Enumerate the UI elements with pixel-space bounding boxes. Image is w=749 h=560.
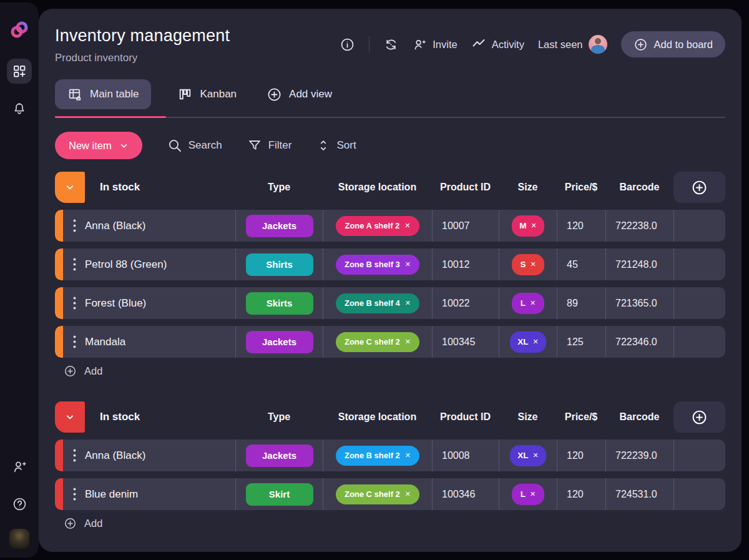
price-cell[interactable]: 120	[557, 210, 605, 242]
add-item-button[interactable]: Add	[64, 517, 725, 530]
remove-tag-icon[interactable]: ✕	[533, 451, 539, 459]
tab-main-table[interactable]: Main table	[55, 79, 151, 109]
remove-tag-icon[interactable]: ✕	[531, 222, 537, 230]
boards-grid-icon[interactable]	[7, 59, 32, 84]
tab-label: Main table	[90, 88, 139, 101]
new-item-button[interactable]: New item	[55, 132, 142, 159]
column-header: Barcode	[605, 401, 673, 433]
info-icon[interactable]	[340, 37, 355, 52]
remove-tag-icon[interactable]: ✕	[533, 338, 539, 346]
price-cell[interactable]: 120	[557, 440, 605, 471]
barcode-cell[interactable]: 722239.0	[605, 440, 673, 471]
remove-tag-icon[interactable]: ✕	[404, 222, 410, 230]
filter-button[interactable]: Filter	[247, 138, 292, 153]
product-id-cell[interactable]: 10008	[432, 440, 499, 471]
price-cell[interactable]: 45	[557, 248, 605, 280]
item-name[interactable]: Forest (Blue)	[85, 297, 146, 310]
item-name[interactable]: Anna (Black)	[85, 220, 145, 232]
last-seen[interactable]: Last seen	[538, 35, 607, 54]
product-id-cell[interactable]: 10022	[432, 287, 499, 319]
barcode-cell[interactable]: 721365.0	[605, 287, 673, 319]
active-tab-indicator	[55, 116, 166, 118]
type-pill[interactable]: Jackets	[246, 331, 313, 353]
remove-tag-icon[interactable]: ✕	[405, 451, 411, 459]
empty-cell	[673, 248, 725, 280]
add-to-board-button[interactable]: Add to board	[621, 31, 726, 57]
size-pill[interactable]: XL✕	[510, 445, 546, 466]
remove-tag-icon[interactable]: ✕	[405, 260, 411, 268]
column-header: Size	[499, 172, 557, 203]
column-header: Type	[235, 401, 323, 433]
group-collapse-button[interactable]	[55, 172, 85, 203]
barcode-cell[interactable]: 722238.0	[605, 210, 673, 242]
remove-tag-icon[interactable]: ✕	[530, 299, 536, 307]
bell-icon[interactable]	[7, 96, 32, 121]
sort-icon	[316, 139, 330, 152]
item-name[interactable]: Petrol 88 (Green)	[85, 258, 167, 271]
remove-tag-icon[interactable]: ✕	[530, 490, 536, 498]
storage-location-pill[interactable]: Zone B shelf 2✕	[336, 446, 419, 466]
storage-location-label: Zone B shelf 3	[345, 260, 400, 269]
help-icon[interactable]	[7, 491, 32, 516]
size-pill[interactable]: L✕	[512, 293, 544, 314]
row-menu-button[interactable]	[73, 449, 76, 462]
type-pill[interactable]: Skirts	[246, 292, 313, 315]
invite-button[interactable]: Invite	[413, 37, 457, 52]
group-name: In stock	[100, 411, 140, 423]
item-name[interactable]: Blue denim	[85, 488, 138, 501]
price-cell[interactable]: 89	[557, 287, 605, 319]
size-pill[interactable]: S✕	[512, 254, 544, 275]
storage-location-pill[interactable]: Zone C shelf 2✕	[336, 484, 419, 504]
group-collapse-button[interactable]	[55, 401, 85, 433]
activity-button[interactable]: Activity	[471, 37, 524, 52]
add-column-button[interactable]	[673, 172, 725, 203]
item-name[interactable]: Anna (Black)	[85, 449, 145, 462]
item-name[interactable]: Mandala	[85, 336, 125, 348]
type-pill[interactable]: Skirt	[246, 483, 313, 506]
storage-location-pill[interactable]: Zone A shelf 2✕	[336, 216, 419, 236]
product-id-cell[interactable]: 100346	[432, 478, 499, 510]
item-name-cell: Anna (Black)	[55, 440, 235, 471]
row-menu-button[interactable]	[73, 488, 76, 501]
remove-tag-icon[interactable]: ✕	[530, 260, 536, 268]
size-pill[interactable]: XL✕	[510, 332, 546, 353]
barcode-cell[interactable]: 724531.0	[605, 478, 673, 510]
storage-location-pill[interactable]: Zone C shelf 2✕	[336, 332, 419, 352]
price-cell[interactable]: 125	[557, 326, 605, 358]
chevron-down-icon	[65, 412, 75, 422]
barcode-cell[interactable]: 721248.0	[605, 248, 673, 280]
storage-location-pill[interactable]: Zone B shelf 3✕	[336, 255, 419, 275]
type-cell: Skirts	[235, 287, 323, 319]
sort-button[interactable]: Sort	[316, 139, 356, 152]
size-pill[interactable]: L✕	[512, 484, 544, 505]
type-pill[interactable]: Jackets	[246, 445, 313, 467]
row-menu-button[interactable]	[73, 258, 76, 271]
product-id-cell[interactable]: 10012	[432, 248, 499, 280]
type-pill[interactable]: Shirts	[246, 253, 313, 276]
type-pill[interactable]: Jackets	[246, 215, 313, 237]
group-header: In stockTypeStorage locationProduct IDSi…	[55, 401, 725, 433]
storage-location-pill[interactable]: Zone B shelf 4✕	[336, 293, 419, 313]
tab-add-view[interactable]: Add view	[263, 87, 336, 102]
product-id-cell[interactable]: 10007	[432, 210, 499, 242]
header-divider	[369, 36, 370, 52]
user-avatar[interactable]	[9, 529, 29, 549]
price-cell[interactable]: 120	[557, 478, 605, 510]
row-menu-button[interactable]	[73, 335, 76, 348]
add-column-button[interactable]	[673, 401, 725, 433]
row-menu-button[interactable]	[73, 297, 76, 310]
row-menu-button[interactable]	[73, 219, 76, 232]
barcode-cell[interactable]: 722346.0	[605, 326, 673, 358]
tab-kanban[interactable]: Kanban	[174, 87, 240, 102]
product-id-cell[interactable]: 100345	[432, 326, 499, 358]
remove-tag-icon[interactable]: ✕	[405, 338, 411, 346]
plaky-logo-icon[interactable]	[8, 19, 31, 41]
remove-tag-icon[interactable]: ✕	[405, 299, 411, 307]
search-button[interactable]: Search	[167, 138, 222, 153]
add-item-button[interactable]: Add	[64, 365, 725, 378]
type-cell: Shirts	[235, 248, 323, 280]
size-pill[interactable]: M✕	[512, 215, 544, 237]
remove-tag-icon[interactable]: ✕	[405, 490, 411, 498]
sync-icon[interactable]	[383, 37, 399, 52]
person-add-icon[interactable]	[7, 454, 32, 479]
